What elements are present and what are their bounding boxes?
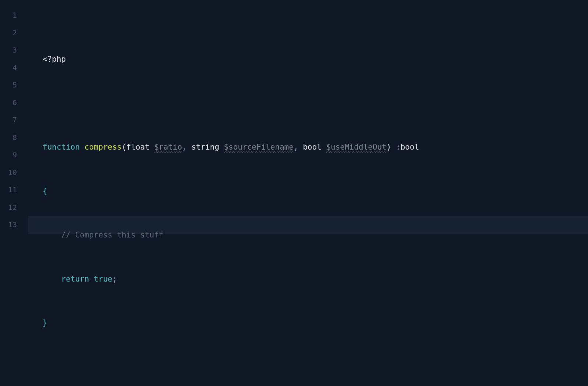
line-number: 13 <box>0 216 17 234</box>
line-number: 8 <box>0 129 17 147</box>
php-open-tag: <?php <box>43 55 66 64</box>
type-bool: bool <box>303 143 322 151</box>
line-number: 9 <box>0 146 17 164</box>
param-source-filename: $sourceFilename <box>224 143 294 151</box>
code-line[interactable] <box>28 95 588 112</box>
line-number-gutter: 1 2 3 4 5 6 7 8 9 10 11 12 13 <box>0 0 28 386</box>
semicolon: ; <box>112 275 117 283</box>
type-string: string <box>191 143 219 151</box>
code-line[interactable]: function compress(float $ratio, string $… <box>28 139 588 156</box>
line-number: 1 <box>0 7 17 24</box>
code-line[interactable] <box>28 358 588 376</box>
comment: // Compress this stuff <box>61 230 164 239</box>
code-area[interactable]: <?php function compress(float $ratio, st… <box>28 0 588 386</box>
colon: : <box>391 143 400 151</box>
paren-close: ) <box>387 143 391 151</box>
line-number: 10 <box>0 164 17 182</box>
line-number: 5 <box>0 76 17 94</box>
keyword-return: return <box>61 275 89 283</box>
code-line[interactable]: // Compress this stuff <box>28 226 588 244</box>
code-line[interactable]: return true; <box>28 271 588 288</box>
code-line[interactable]: { <box>28 183 588 200</box>
brace-close: } <box>43 318 47 327</box>
brace-open: { <box>43 187 47 196</box>
comma: , <box>294 143 298 151</box>
type-float: float <box>126 143 150 151</box>
keyword-function: function <box>43 143 80 151</box>
line-number: 3 <box>0 42 17 59</box>
param-use-middle-out: $useMiddleOut <box>326 143 386 151</box>
code-line[interactable]: <?php <box>28 51 588 68</box>
code-line[interactable]: } <box>28 314 588 332</box>
keyword-true: true <box>94 275 112 283</box>
line-number: 12 <box>0 199 17 217</box>
paren-open: ( <box>122 143 126 151</box>
line-number: 2 <box>0 24 17 42</box>
param-ratio: $ratio <box>154 143 182 151</box>
function-name: compress <box>85 143 122 151</box>
line-number: 4 <box>0 59 17 77</box>
comma: , <box>182 143 187 151</box>
return-type: bool <box>401 143 419 151</box>
line-number: 11 <box>0 181 17 199</box>
line-number: 6 <box>0 94 17 112</box>
line-number: 7 <box>0 111 17 129</box>
code-editor[interactable]: 1 2 3 4 5 6 7 8 9 10 11 12 13 <?php func… <box>0 0 588 386</box>
